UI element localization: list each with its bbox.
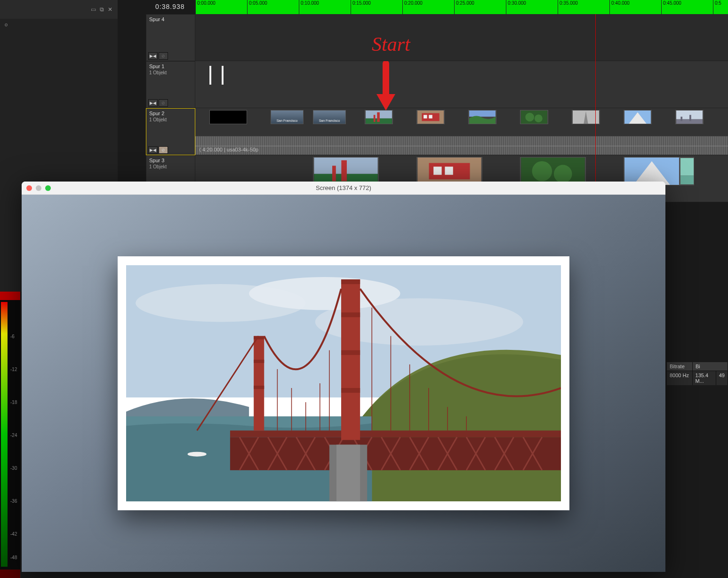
panel-tab[interactable]: o [0, 19, 118, 30]
track-disable-icon[interactable]: ⊘ [159, 146, 168, 154]
clip-black[interactable] [209, 110, 247, 124]
svg-rect-71 [341, 312, 360, 317]
svg-rect-6 [424, 115, 427, 118]
open-icon[interactable]: ⧉ [98, 6, 105, 13]
clip-thumb-hills[interactable] [468, 110, 496, 124]
table-row[interactable]: 8000 Hz 135.4 M... 49 [667, 371, 728, 385]
meter-clip-indicator[interactable] [0, 292, 20, 300]
meter-tick: -12 [10, 367, 17, 372]
svg-rect-34 [680, 175, 694, 184]
meter-peak[interactable] [0, 570, 20, 578]
track-name: Spur 2 [149, 111, 192, 116]
clip-thumb-bridge[interactable] [313, 157, 379, 185]
svg-rect-76 [254, 360, 264, 363]
clip-thumb-building[interactable] [624, 157, 680, 185]
ruler-tick: 0:30.000 [506, 0, 526, 14]
playhead[interactable] [595, 14, 596, 202]
track-name: Spur 4 [149, 16, 192, 22]
clip-thumb-building[interactable] [624, 110, 652, 124]
meter-tick: -42 [10, 531, 17, 537]
svg-point-40 [249, 277, 400, 310]
meter-tick: -24 [10, 433, 17, 438]
track-disable-icon[interactable]: ⊘ [159, 99, 168, 107]
ruler-tick: 0:5 [713, 0, 721, 14]
clip-thumb-trees[interactable] [520, 157, 586, 185]
svg-point-11 [535, 114, 543, 122]
audio-meter: -6 -12 -18 -24 -30 -36 -42 -48 [0, 292, 21, 578]
annotation-start: Start [372, 33, 410, 55]
svg-rect-18 [680, 117, 682, 121]
preview-body [22, 195, 665, 572]
clip-marker[interactable] [209, 66, 224, 85]
close-icon[interactable]: ✕ [106, 6, 114, 13]
svg-rect-73 [341, 388, 360, 393]
preview-title: Screen (1374 x 772) [22, 184, 665, 191]
clip-titlecard[interactable]: San Francisco [271, 110, 304, 124]
folder-icon[interactable]: ▭ [89, 6, 97, 13]
preview-photo-frame [118, 256, 569, 510]
svg-rect-43 [230, 430, 561, 437]
track-mute-icon[interactable]: ▶◀ [148, 146, 158, 154]
track-sub: 1 Objekt [149, 117, 192, 122]
track-sub: 1 Objekt [149, 164, 192, 169]
preview-window[interactable]: Screen (1374 x 772) [22, 182, 665, 572]
track-disable-icon[interactable]: ⊘ [159, 52, 168, 60]
meter-tick: -6 [10, 334, 15, 339]
svg-rect-2 [377, 112, 380, 122]
close-icon[interactable] [26, 185, 32, 191]
col-bitrate[interactable]: Bitrate [667, 362, 693, 371]
cell-samplerate: 8000 Hz [667, 371, 693, 385]
ruler-tick: 0:15.000 [351, 0, 371, 14]
minimize-icon[interactable] [36, 185, 41, 191]
track-head-4[interactable]: Spur 4 ▶◀ ⊘ [146, 14, 195, 61]
lane-spur2[interactable]: San Francisco San Francisco ⟨ 4:20.000 |… [195, 108, 728, 155]
svg-marker-36 [376, 94, 395, 111]
clip-thumb-stairs[interactable] [572, 110, 600, 124]
track-head-2[interactable]: Spur 2 1 Objekt ▶◀ ⊘ [146, 108, 195, 155]
timeline-ruler[interactable]: 0:00.000 0:05.000 0:10.000 0:15.000 0:20… [195, 0, 728, 14]
clip-thumb-cablecar[interactable] [416, 110, 445, 124]
track-mute-icon[interactable]: ▶◀ [148, 52, 158, 60]
lane-spur1[interactable] [195, 61, 728, 108]
svg-rect-8 [469, 111, 496, 117]
svg-rect-7 [429, 115, 432, 118]
zoom-icon[interactable] [45, 185, 51, 191]
preview-image-bridge [126, 265, 561, 502]
ruler-tick: 0:45.000 [661, 0, 681, 14]
preview-titlebar[interactable]: Screen (1374 x 772) [22, 182, 665, 195]
svg-rect-28 [521, 158, 584, 185]
clip-thumb-edge[interactable] [680, 157, 694, 185]
svg-rect-70 [341, 279, 360, 284]
svg-rect-77 [254, 386, 264, 389]
clip-thumb-cablecar[interactable] [416, 157, 482, 185]
lane-spur4[interactable] [195, 14, 728, 61]
ruler-tick: 0:25.000 [454, 0, 474, 14]
svg-rect-68 [336, 445, 360, 502]
svg-point-29 [532, 161, 552, 182]
col-bi[interactable]: Bi [693, 362, 728, 371]
clip-info-label: ⟨ 4:20.000 | usa03-4k-50p [199, 147, 258, 153]
cell-bi: 49 [716, 371, 728, 385]
svg-point-30 [554, 165, 572, 183]
svg-point-42 [188, 452, 207, 457]
ruler-tick: 0:20.000 [402, 0, 423, 14]
timeline-lanes: San Francisco San Francisco ⟨ 4:20.000 |… [195, 14, 728, 202]
ruler-tick: 0:05.000 [247, 0, 267, 14]
svg-rect-23 [332, 166, 336, 181]
current-timecode[interactable]: 0:38.938 [155, 3, 185, 10]
clip-audio-waveform[interactable] [195, 136, 728, 155]
meter-tick: -30 [10, 466, 17, 471]
track-mute-icon[interactable]: ▶◀ [148, 99, 158, 107]
meter-tick: -48 [10, 555, 17, 560]
ruler-tick: 0:10.000 [299, 0, 319, 14]
meter-tick: -36 [10, 499, 17, 504]
svg-rect-72 [341, 350, 360, 355]
svg-rect-26 [433, 166, 441, 174]
clip-thumb-skyline[interactable] [675, 110, 704, 124]
track-head-1[interactable]: Spur 1 1 Objekt ▶◀ ⊘ [146, 61, 195, 108]
media-info-table: Bitrate Bi 8000 Hz 135.4 M... 49 [667, 362, 728, 385]
window-controls [26, 185, 51, 191]
clip-thumb-trees[interactable] [520, 110, 548, 124]
clip-titlecard[interactable]: San Francisco [313, 110, 346, 124]
track-name: Spur 3 [149, 158, 192, 163]
